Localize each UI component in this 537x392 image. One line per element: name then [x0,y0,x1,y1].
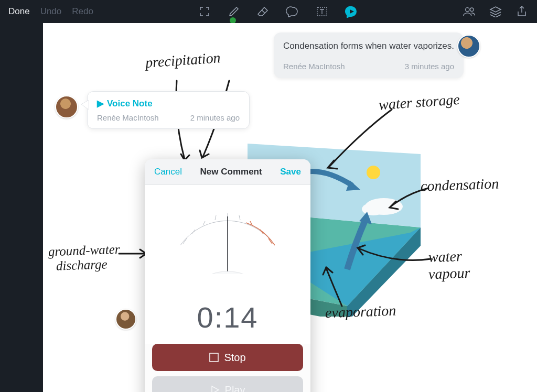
avatar-voice-author[interactable] [55,95,78,118]
modal-header: Cancel New Comment Save [145,159,310,185]
comment-text: Condensation forms when water vaporizes. [283,40,454,52]
annotation-water-storage: water storage [378,91,460,114]
stop-icon [209,353,219,362]
svg-line-24 [192,230,195,234]
svg-marker-35 [212,386,219,392]
svg-line-25 [203,221,205,225]
done-button[interactable]: Done [8,6,30,17]
annotation-ground-water-2: discharge [56,257,108,273]
avatar-commenter-2[interactable] [115,309,136,330]
share-icon[interactable] [515,5,529,18]
vu-meter-gauge [145,195,310,300]
canvas[interactable]: precipitation water storage condensation… [43,23,537,392]
comment-time: 3 minutes ago [405,62,454,71]
voice-note-label: Voice Note [107,99,153,109]
svg-line-26 [215,215,216,220]
svg-rect-34 [210,353,218,362]
svg-point-14 [365,198,403,215]
annotation-evaporation: evaporation [325,302,396,322]
svg-point-1 [466,8,469,12]
annotation-ground-water-1: ground-water [48,242,120,259]
redo-button[interactable]: Redo [72,6,93,17]
svg-point-2 [470,8,474,11]
comment-bubble[interactable]: Condensation forms when water vaporizes.… [274,32,464,78]
record-icon[interactable] [345,5,358,18]
svg-point-10 [367,166,380,179]
eraser-icon[interactable] [256,5,270,18]
top-toolbar: Done Undo Redo [0,0,537,23]
new-comment-modal: Cancel New Comment Save [145,159,310,392]
comment-icon[interactable] [286,5,299,18]
play-triangle-icon: ▶ [97,98,104,109]
cancel-button[interactable]: Cancel [154,167,182,177]
svg-line-28 [239,215,240,220]
play-button[interactable]: Play [152,376,303,392]
avatar-commenter-1[interactable] [457,35,480,58]
svg-marker-17 [359,212,372,224]
fullscreen-icon[interactable] [198,5,211,18]
svg-marker-16 [346,180,360,191]
collaborators-icon[interactable] [463,5,476,18]
annotation-water-vapour-1: water [428,248,462,266]
textbox-icon[interactable] [315,5,329,18]
svg-point-33 [210,271,245,274]
annotation-condensation: condensation [420,175,499,194]
annotation-precipitation: precipitation [145,49,221,71]
comment-author: Renée MacIntosh [283,62,345,71]
save-button[interactable]: Save [280,167,301,177]
modal-title: New Comment [200,167,262,177]
play-icon [210,385,220,392]
annotation-water-vapour-2: vapour [428,265,470,283]
svg-point-15 [362,203,385,215]
layers-icon[interactable] [489,5,502,18]
voice-note-bubble[interactable]: ▶ Voice Note Renée MacIntosh 2 minutes a… [87,91,250,129]
recording-timer: 0:14 [145,300,310,334]
undo-button[interactable]: Undo [40,6,62,17]
pencil-icon[interactable] [227,5,241,18]
voice-time: 2 minutes ago [190,113,240,122]
svg-marker-22 [81,100,89,110]
stop-button[interactable]: Stop [152,344,303,371]
voice-author: Renée MacIntosh [97,113,159,122]
